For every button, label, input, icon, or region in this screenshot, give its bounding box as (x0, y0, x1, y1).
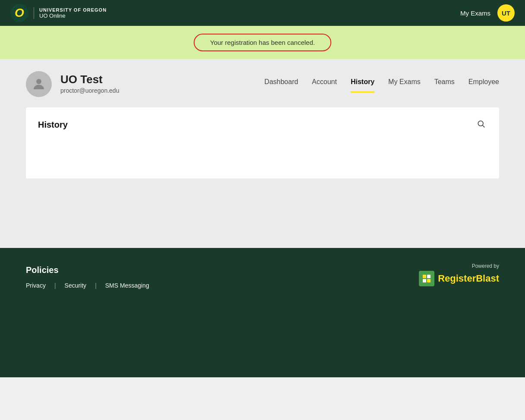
svg-rect-4 (427, 275, 431, 278)
history-card-title: History (38, 120, 68, 130)
nav-item-my-exams[interactable]: My Exams (388, 78, 421, 93)
main-content: History (0, 97, 525, 248)
profile-email: proctor@uoregon.edu (60, 87, 256, 94)
svg-line-2 (483, 125, 485, 128)
footer-link-security[interactable]: Security (65, 282, 87, 289)
footer-divider-2: | (95, 282, 97, 289)
footer-divider-1: | (54, 282, 56, 289)
footer-link-privacy[interactable]: Privacy (26, 282, 46, 289)
university-text: UNIVERSITY OF OREGON UO Online (34, 7, 107, 19)
history-card-header: History (38, 118, 487, 132)
notification-banner: Your registration has been canceled. (0, 26, 525, 59)
history-card: History (26, 107, 499, 179)
logo-o-letter: O (15, 7, 24, 19)
rb-text-register: Register (438, 273, 476, 284)
header-right: My Exams UT (460, 4, 515, 22)
register-blast-text: RegisterBlast (438, 273, 499, 284)
svg-point-0 (36, 79, 41, 84)
history-search-button[interactable] (475, 118, 487, 132)
svg-rect-3 (423, 275, 426, 278)
uo-online-label: UO Online (39, 13, 107, 19)
profile-nav: Dashboard Account History My Exams Teams… (264, 71, 499, 93)
powered-by-section: Powered by RegisterBlast (419, 263, 499, 286)
uo-logo: O UNIVERSITY OF OREGON UO Online (10, 4, 107, 22)
svg-point-1 (478, 121, 483, 126)
nav-item-dashboard[interactable]: Dashboard (264, 78, 298, 93)
profile-section: UO Test proctor@uoregon.edu Dashboard Ac… (0, 59, 525, 97)
rb-logo-icon (421, 273, 432, 284)
powered-by-text: Powered by (472, 263, 499, 269)
nav-item-account[interactable]: Account (312, 78, 337, 93)
nav-item-teams[interactable]: Teams (434, 78, 455, 93)
my-exams-header-link[interactable]: My Exams (460, 9, 490, 17)
profile-avatar (26, 71, 52, 97)
footer-bottom: Powered by RegisterBlast (26, 263, 499, 286)
register-blast-logo: RegisterBlast (419, 271, 499, 286)
svg-rect-6 (427, 279, 431, 282)
footer-link-sms[interactable]: SMS Messaging (105, 282, 149, 289)
nav-item-employee[interactable]: Employee (468, 78, 499, 93)
header-left: O UNIVERSITY OF OREGON UO Online (10, 4, 107, 22)
user-avatar[interactable]: UT (497, 4, 515, 22)
profile-name: UO Test (60, 73, 256, 86)
logo-circle: O (10, 4, 28, 22)
profile-info: UO Test proctor@uoregon.edu (60, 71, 256, 94)
footer: Policies Privacy | Security | SMS Messag… (0, 248, 525, 377)
svg-rect-5 (423, 279, 426, 282)
notification-message: Your registration has been canceled. (194, 34, 331, 51)
search-icon (477, 119, 485, 128)
nav-item-history[interactable]: History (351, 78, 374, 93)
university-name: UNIVERSITY OF OREGON (39, 7, 107, 13)
rb-icon (419, 271, 434, 286)
user-icon (31, 76, 47, 92)
header: O UNIVERSITY OF OREGON UO Online My Exam… (0, 0, 525, 26)
rb-text-blast: Blast (476, 273, 499, 284)
